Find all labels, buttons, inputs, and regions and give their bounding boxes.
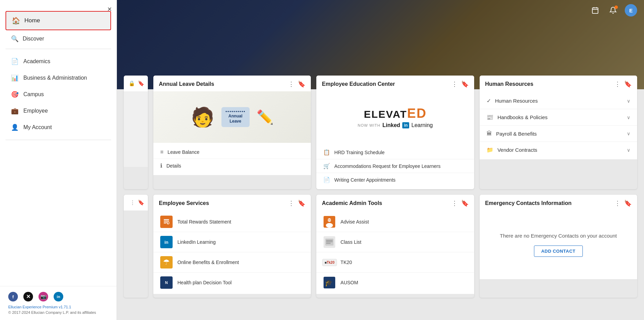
- sidebar-item-campus[interactable]: 🎯 Campus: [0, 86, 117, 103]
- hr-vendor-label: Vendor Contracts: [498, 147, 537, 153]
- calendar-icon[interactable]: [589, 4, 601, 16]
- sidebar-item-discover[interactable]: 🔍 Discover: [0, 30, 117, 47]
- notification-icon[interactable]: [607, 4, 619, 16]
- hr-section-handbooks[interactable]: 📰 Handbooks & Policies ∨: [480, 109, 637, 126]
- writing-center-link[interactable]: 📄 Writing Center Appointments: [316, 173, 474, 186]
- emergency-contacts-bookmark-icon[interactable]: 🔖: [624, 199, 632, 207]
- facebook-icon[interactable]: f: [8, 292, 18, 301]
- employee-ed-bookmark-icon[interactable]: 🔖: [461, 80, 469, 88]
- employee-ed-links: 📋 HRD Training Schedule 🛒 Accommodations…: [316, 143, 474, 189]
- advise-assist-icon: OO: [323, 216, 336, 228]
- instagram-icon[interactable]: 📷: [39, 292, 48, 301]
- hr-card-body: ✓ Human Resources ∨ 📰 Handbooks & Polici…: [480, 91, 637, 159]
- tk20-item[interactable]: ■Tk20 TK20: [316, 252, 474, 273]
- annual-leave-menu-icon[interactable]: ⋮: [288, 80, 294, 88]
- sidebar-item-business[interactable]: 📊 Business & Administration: [0, 70, 117, 86]
- hr-section-human-resources[interactable]: ✓ Human Resources ∨: [480, 93, 637, 109]
- partial-card-bookmark-icon[interactable]: 🔖: [138, 80, 144, 87]
- emergency-contacts-menu-icon[interactable]: ⋮: [614, 199, 621, 207]
- sidebar-item-home[interactable]: 🏠 Home: [6, 11, 111, 30]
- leave-details-link[interactable]: ℹ Details: [153, 159, 311, 172]
- employee-services-bookmark-icon[interactable]: 🔖: [298, 199, 305, 207]
- discover-label: Discover: [23, 36, 44, 42]
- linkedin-learning-label: LinkedIn Learning: [177, 239, 216, 245]
- partial-card-lock-icon: 🔒: [129, 80, 135, 87]
- linkedin-learning-item[interactable]: in LinkedIn Learning: [153, 232, 311, 252]
- partial-card2-bookmark-icon[interactable]: 🔖: [138, 199, 144, 206]
- emergency-contacts-title: Emergency Contacts Information: [485, 200, 572, 206]
- linkedin-icon[interactable]: in: [54, 292, 63, 301]
- employee-services-header: Employee Services ⋮ 🔖: [153, 195, 311, 210]
- svg-rect-4: [164, 219, 169, 220]
- hr-card-header: Human Resources ⋮ 🔖: [480, 76, 637, 91]
- annual-leave-actions: ⋮ 🔖: [288, 80, 305, 88]
- class-list-item[interactable]: Class List: [316, 232, 474, 252]
- sidebar-item-academics[interactable]: 📄 Academics: [0, 53, 117, 70]
- leave-balance-link[interactable]: ≡ Leave Balance: [153, 146, 311, 159]
- leave-pencils-icon: ✏️: [256, 109, 274, 125]
- business-label: Business & Administration: [23, 75, 87, 81]
- svg-point-12: [326, 223, 333, 228]
- ausom-icon: 🎓: [323, 276, 336, 289]
- annual-leave-image: 🧑 ●●●●●●●●●● AnnualLeave ✏️: [153, 91, 311, 143]
- now-with-text: NOW WITH: [358, 123, 380, 127]
- academic-admin-bookmark-icon[interactable]: 🔖: [461, 199, 469, 207]
- employee-ed-actions: ⋮ 🔖: [451, 80, 469, 88]
- svg-rect-17: [326, 241, 333, 242]
- ausom-item[interactable]: 🎓 AUSOM: [316, 273, 474, 293]
- svg-rect-5: [164, 221, 169, 221]
- employee-services-actions: ⋮ 🔖: [288, 199, 305, 207]
- user-avatar[interactable]: E: [625, 4, 637, 16]
- annual-leave-calendar: ●●●●●●●●●● AnnualLeave: [221, 107, 250, 127]
- accommodations-link[interactable]: 🛒 Accommodations Request for Employee Le…: [316, 159, 474, 173]
- tk20-icon: ■Tk20: [323, 256, 336, 268]
- hr-section-vendor[interactable]: 📁 Vendor Contracts ∨: [480, 142, 637, 158]
- hr-human-resources-label: Human Resources: [495, 98, 538, 104]
- sidebar-item-myaccount[interactable]: 👤 My Account: [0, 119, 117, 136]
- hr-checkmark-icon: ✓: [487, 98, 491, 104]
- hr-vendor-icon: 📁: [487, 147, 493, 153]
- ed-text: ED: [407, 106, 427, 121]
- total-rewards-label: Total Rewards Statement: [177, 219, 231, 225]
- academic-admin-menu-icon[interactable]: ⋮: [451, 199, 458, 207]
- annual-leave-title: Annual Leave Details: [159, 81, 214, 87]
- card-annual-leave-header: Annual Leave Details ⋮ 🔖: [153, 76, 311, 91]
- hr-human-resources-chevron: ∨: [627, 98, 630, 104]
- employee-ed-header: Employee Education Center ⋮ 🔖: [316, 76, 474, 91]
- learning-text: Learning: [411, 122, 433, 128]
- emergency-contacts-header: Emergency Contacts Information ⋮ 🔖: [480, 195, 637, 210]
- linkedin-learning-row: NOW WITH Linked in Learning: [358, 122, 433, 128]
- hr-payroll-chevron: ∨: [627, 131, 630, 136]
- academic-admin-header: Academic Admin Tools ⋮ 🔖: [316, 195, 474, 210]
- hr-bookmark-icon[interactable]: 🔖: [624, 80, 632, 88]
- sidebar-item-employee[interactable]: 💼 Employee: [0, 103, 117, 119]
- advise-assist-label: Advise Assist: [340, 219, 369, 225]
- annual-leave-bookmark-icon[interactable]: 🔖: [298, 80, 305, 88]
- advise-assist-item[interactable]: OO Advise Assist: [316, 212, 474, 232]
- employee-services-menu-icon[interactable]: ⋮: [288, 199, 294, 207]
- academics-label: Academics: [23, 58, 50, 65]
- total-rewards-item[interactable]: $ Total Rewards Statement: [153, 212, 311, 232]
- hr-card-title: Human Resources: [485, 81, 534, 87]
- business-icon: 📊: [11, 74, 19, 82]
- add-contact-button[interactable]: ADD CONTACT: [534, 245, 583, 257]
- sidebar-divider-2: [6, 140, 111, 140]
- sidebar-close-button[interactable]: ×: [107, 5, 112, 14]
- employee-ed-menu-icon[interactable]: ⋮: [451, 80, 458, 88]
- partial-card2-menu-icon: ⋮: [130, 199, 135, 206]
- health-plan-item[interactable]: N Health plan Decision Tool: [153, 273, 311, 293]
- hr-menu-icon[interactable]: ⋮: [614, 80, 621, 88]
- hr-human-resources-left: ✓ Human Resources: [487, 98, 538, 104]
- hrd-training-link[interactable]: 📋 HRD Training Schedule: [316, 146, 474, 159]
- hr-payroll-label: Payroll & Benefits: [496, 131, 537, 137]
- elevated-text: ELEVAT: [364, 108, 407, 120]
- search-icon: 🔍: [11, 35, 19, 43]
- sidebar-nav-items: 📄 Academics 📊 Business & Administration …: [0, 50, 117, 138]
- card-emergency-contacts: Emergency Contacts Information ⋮ 🔖 There…: [480, 195, 637, 298]
- twitter-x-icon[interactable]: ✕: [23, 292, 33, 301]
- online-benefits-icon: ☂: [160, 256, 173, 268]
- online-benefits-item[interactable]: ☂ Online Benefits & Enrollment: [153, 252, 311, 273]
- hr-section-payroll[interactable]: 🏛 Payroll & Benefits ∨: [480, 126, 637, 142]
- sidebar-divider-1: [6, 49, 111, 49]
- myaccount-label: My Account: [23, 124, 52, 130]
